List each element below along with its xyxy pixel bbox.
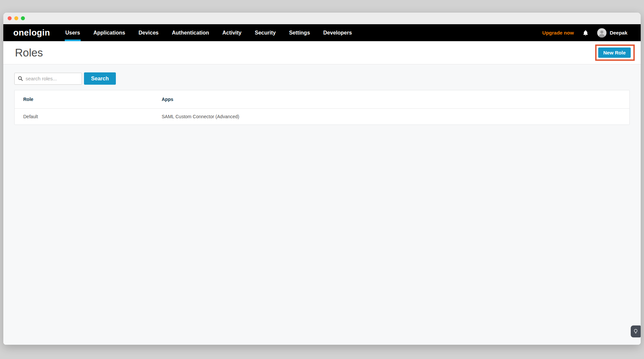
new-role-button[interactable]: New Role bbox=[598, 47, 631, 58]
nav-item-devices[interactable]: Devices bbox=[138, 24, 159, 41]
browser-window: onelogin Users Applications Devices Auth… bbox=[3, 13, 641, 345]
close-window-button[interactable] bbox=[8, 16, 12, 20]
user-avatar bbox=[597, 28, 606, 38]
minimize-window-button[interactable] bbox=[14, 16, 18, 20]
nav-item-developers[interactable]: Developers bbox=[323, 24, 352, 41]
search-icon bbox=[18, 76, 23, 81]
onelogin-logo: onelogin bbox=[13, 28, 50, 38]
notifications-bell-icon[interactable] bbox=[583, 30, 589, 36]
search-row: Search bbox=[14, 72, 630, 85]
maximize-window-button[interactable] bbox=[21, 16, 25, 20]
top-navbar: onelogin Users Applications Devices Auth… bbox=[3, 24, 641, 41]
column-header-apps: Apps bbox=[162, 97, 621, 102]
user-name: Deepak bbox=[610, 30, 627, 36]
cell-apps: SAML Custom Connector (Advanced) bbox=[162, 114, 621, 119]
search-roles-input[interactable] bbox=[26, 76, 78, 81]
nav-item-settings[interactable]: Settings bbox=[289, 24, 310, 41]
search-button[interactable]: Search bbox=[84, 72, 116, 85]
annotation-highlight-box: New Role bbox=[595, 45, 635, 61]
cell-role[interactable]: Default bbox=[23, 114, 162, 119]
user-menu[interactable]: Deepak bbox=[597, 28, 627, 38]
window-titlebar bbox=[3, 13, 641, 24]
search-input-wrapper bbox=[14, 73, 82, 85]
nav-item-users[interactable]: Users bbox=[65, 24, 80, 41]
roles-table: Role Apps Default SAML Custom Connector … bbox=[14, 90, 630, 125]
table-row[interactable]: Default SAML Custom Connector (Advanced) bbox=[15, 109, 629, 125]
navbar-right-section: Upgrade now Deepak bbox=[542, 24, 627, 41]
nav-item-authentication[interactable]: Authentication bbox=[172, 24, 209, 41]
column-header-role: Role bbox=[23, 97, 162, 102]
main-navigation: Users Applications Devices Authenticatio… bbox=[65, 24, 352, 41]
table-header-row: Role Apps bbox=[15, 90, 629, 109]
help-lightbulb-tab[interactable] bbox=[631, 325, 641, 337]
content-area: Search Role Apps Default SAML Custom Con… bbox=[3, 64, 641, 345]
lightbulb-icon bbox=[633, 329, 638, 334]
page-title: Roles bbox=[15, 46, 43, 59]
nav-item-security[interactable]: Security bbox=[255, 24, 276, 41]
upgrade-now-link[interactable]: Upgrade now bbox=[542, 30, 574, 36]
nav-item-applications[interactable]: Applications bbox=[93, 24, 125, 41]
nav-item-activity[interactable]: Activity bbox=[222, 24, 242, 41]
page-header: Roles New Role bbox=[3, 41, 641, 64]
